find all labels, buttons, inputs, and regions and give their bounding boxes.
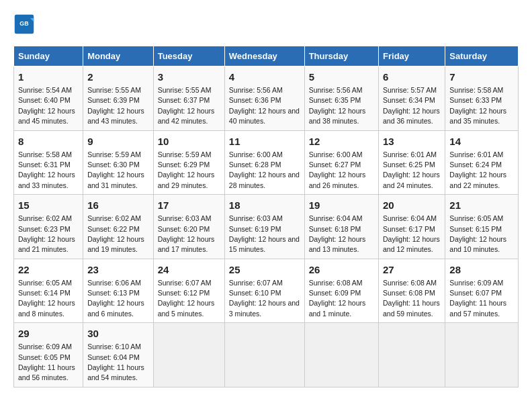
week-row-3: 15Sunrise: 6:02 AMSunset: 6:23 PMDayligh… <box>14 195 519 259</box>
cell-info: Sunrise: 6:09 AMSunset: 6:05 PMDaylight:… <box>18 342 75 381</box>
calendar-cell: 22Sunrise: 6:05 AMSunset: 6:14 PMDayligh… <box>14 259 83 323</box>
calendar-cell: 26Sunrise: 6:08 AMSunset: 6:09 PMDayligh… <box>304 259 378 323</box>
calendar-cell: 2Sunrise: 5:55 AMSunset: 6:39 PMDaylight… <box>83 66 154 131</box>
day-number: 25 <box>229 263 300 277</box>
calendar-cell: 10Sunrise: 5:59 AMSunset: 6:29 PMDayligh… <box>153 130 224 195</box>
cell-info: Sunrise: 6:01 AMSunset: 6:24 PMDaylight:… <box>449 150 506 189</box>
calendar-table: SundayMondayTuesdayWednesdayThursdayFrid… <box>13 46 519 387</box>
day-number: 11 <box>229 134 300 148</box>
calendar-cell: 1Sunrise: 5:54 AMSunset: 6:40 PMDaylight… <box>14 66 83 131</box>
calendar-cell: 13Sunrise: 6:01 AMSunset: 6:25 PMDayligh… <box>379 130 445 195</box>
logo-icon: GB <box>13 13 35 35</box>
header-wednesday: Wednesday <box>224 46 304 66</box>
day-number: 20 <box>383 198 441 212</box>
cell-info: Sunrise: 5:58 AMSunset: 6:31 PMDaylight:… <box>18 150 75 189</box>
calendar-cell: 17Sunrise: 6:03 AMSunset: 6:20 PMDayligh… <box>153 195 224 259</box>
cell-info: Sunrise: 6:07 AMSunset: 6:12 PMDaylight:… <box>158 279 215 318</box>
calendar-cell: 18Sunrise: 6:03 AMSunset: 6:19 PMDayligh… <box>224 195 304 259</box>
calendar-cell: 29Sunrise: 6:09 AMSunset: 6:05 PMDayligh… <box>14 323 83 387</box>
calendar-cell: 5Sunrise: 5:56 AMSunset: 6:35 PMDaylight… <box>304 66 378 131</box>
cell-info: Sunrise: 6:08 AMSunset: 6:08 PMDaylight:… <box>383 279 440 318</box>
calendar-cell: 24Sunrise: 6:07 AMSunset: 6:12 PMDayligh… <box>153 259 224 323</box>
header-monday: Monday <box>83 46 154 66</box>
cell-info: Sunrise: 5:59 AMSunset: 6:30 PMDaylight:… <box>87 150 144 189</box>
cell-info: Sunrise: 6:05 AMSunset: 6:14 PMDaylight:… <box>18 279 75 318</box>
calendar-cell: 16Sunrise: 6:02 AMSunset: 6:22 PMDayligh… <box>83 195 154 259</box>
day-number: 3 <box>158 70 220 84</box>
calendar-cell: 21Sunrise: 6:05 AMSunset: 6:15 PMDayligh… <box>445 195 519 259</box>
calendar-cell <box>304 323 378 387</box>
cell-info: Sunrise: 6:10 AMSunset: 6:04 PMDaylight:… <box>87 342 144 381</box>
day-number: 12 <box>309 134 374 148</box>
cell-info: Sunrise: 5:59 AMSunset: 6:29 PMDaylight:… <box>158 150 215 189</box>
logo: GB <box>13 13 38 35</box>
calendar-cell: 19Sunrise: 6:04 AMSunset: 6:18 PMDayligh… <box>304 195 378 259</box>
cell-info: Sunrise: 6:02 AMSunset: 6:23 PMDaylight:… <box>18 214 75 253</box>
calendar-cell: 25Sunrise: 6:07 AMSunset: 6:10 PMDayligh… <box>224 259 304 323</box>
calendar-cell <box>445 323 519 387</box>
week-row-5: 29Sunrise: 6:09 AMSunset: 6:05 PMDayligh… <box>14 323 519 387</box>
header-sunday: Sunday <box>14 46 83 66</box>
day-number: 29 <box>18 326 79 340</box>
day-number: 27 <box>383 263 441 277</box>
calendar-cell: 30Sunrise: 6:10 AMSunset: 6:04 PMDayligh… <box>83 323 154 387</box>
svg-text:GB: GB <box>19 20 28 27</box>
calendar-cell: 20Sunrise: 6:04 AMSunset: 6:17 PMDayligh… <box>379 195 445 259</box>
calendar-cell <box>379 323 445 387</box>
day-number: 7 <box>449 70 514 84</box>
week-row-2: 8Sunrise: 5:58 AMSunset: 6:31 PMDaylight… <box>14 130 519 195</box>
cell-info: Sunrise: 6:02 AMSunset: 6:22 PMDaylight:… <box>87 214 144 253</box>
calendar-header-row: SundayMondayTuesdayWednesdayThursdayFrid… <box>14 46 519 66</box>
calendar-cell: 15Sunrise: 6:02 AMSunset: 6:23 PMDayligh… <box>14 195 83 259</box>
day-number: 8 <box>18 134 79 148</box>
cell-info: Sunrise: 6:03 AMSunset: 6:20 PMDaylight:… <box>158 214 215 253</box>
day-number: 14 <box>449 134 514 148</box>
cell-info: Sunrise: 6:03 AMSunset: 6:19 PMDaylight:… <box>229 214 300 253</box>
day-number: 16 <box>87 198 149 212</box>
cell-info: Sunrise: 5:58 AMSunset: 6:33 PMDaylight:… <box>449 86 506 125</box>
day-number: 23 <box>87 263 149 277</box>
day-number: 13 <box>383 134 441 148</box>
calendar-cell: 28Sunrise: 6:09 AMSunset: 6:07 PMDayligh… <box>445 259 519 323</box>
day-number: 24 <box>158 263 220 277</box>
calendar-cell: 4Sunrise: 5:56 AMSunset: 6:36 PMDaylight… <box>224 66 304 131</box>
cell-info: Sunrise: 5:55 AMSunset: 6:37 PMDaylight:… <box>158 86 215 125</box>
day-number: 10 <box>158 134 220 148</box>
calendar-cell: 12Sunrise: 6:00 AMSunset: 6:27 PMDayligh… <box>304 130 378 195</box>
day-number: 26 <box>309 263 374 277</box>
calendar-cell: 9Sunrise: 5:59 AMSunset: 6:30 PMDaylight… <box>83 130 154 195</box>
day-number: 21 <box>449 198 514 212</box>
day-number: 2 <box>87 70 149 84</box>
cell-info: Sunrise: 6:05 AMSunset: 6:15 PMDaylight:… <box>449 214 506 253</box>
week-row-4: 22Sunrise: 6:05 AMSunset: 6:14 PMDayligh… <box>14 259 519 323</box>
calendar-cell: 14Sunrise: 6:01 AMSunset: 6:24 PMDayligh… <box>445 130 519 195</box>
day-number: 15 <box>18 198 79 212</box>
calendar-cell: 27Sunrise: 6:08 AMSunset: 6:08 PMDayligh… <box>379 259 445 323</box>
header-tuesday: Tuesday <box>153 46 224 66</box>
day-number: 1 <box>18 70 79 84</box>
day-number: 28 <box>449 263 514 277</box>
cell-info: Sunrise: 6:00 AMSunset: 6:27 PMDaylight:… <box>309 150 366 189</box>
cell-info: Sunrise: 5:55 AMSunset: 6:39 PMDaylight:… <box>87 86 144 125</box>
calendar-cell <box>224 323 304 387</box>
calendar-cell: 23Sunrise: 6:06 AMSunset: 6:13 PMDayligh… <box>83 259 154 323</box>
day-number: 22 <box>18 263 79 277</box>
cell-info: Sunrise: 6:09 AMSunset: 6:07 PMDaylight:… <box>449 279 506 318</box>
cell-info: Sunrise: 5:57 AMSunset: 6:34 PMDaylight:… <box>383 86 440 125</box>
day-number: 19 <box>309 198 374 212</box>
calendar-cell: 8Sunrise: 5:58 AMSunset: 6:31 PMDaylight… <box>14 130 83 195</box>
header-thursday: Thursday <box>304 46 378 66</box>
cell-info: Sunrise: 6:07 AMSunset: 6:10 PMDaylight:… <box>229 279 300 318</box>
page-header: GB <box>13 13 519 35</box>
calendar-cell <box>153 323 224 387</box>
calendar-cell: 11Sunrise: 6:00 AMSunset: 6:28 PMDayligh… <box>224 130 304 195</box>
header-friday: Friday <box>379 46 445 66</box>
calendar-cell: 3Sunrise: 5:55 AMSunset: 6:37 PMDaylight… <box>153 66 224 131</box>
cell-info: Sunrise: 6:04 AMSunset: 6:17 PMDaylight:… <box>383 214 440 253</box>
day-number: 6 <box>383 70 441 84</box>
calendar-cell: 6Sunrise: 5:57 AMSunset: 6:34 PMDaylight… <box>379 66 445 131</box>
cell-info: Sunrise: 6:04 AMSunset: 6:18 PMDaylight:… <box>309 214 366 253</box>
cell-info: Sunrise: 5:56 AMSunset: 6:36 PMDaylight:… <box>229 86 300 125</box>
cell-info: Sunrise: 6:08 AMSunset: 6:09 PMDaylight:… <box>309 279 366 318</box>
cell-info: Sunrise: 6:01 AMSunset: 6:25 PMDaylight:… <box>383 150 440 189</box>
